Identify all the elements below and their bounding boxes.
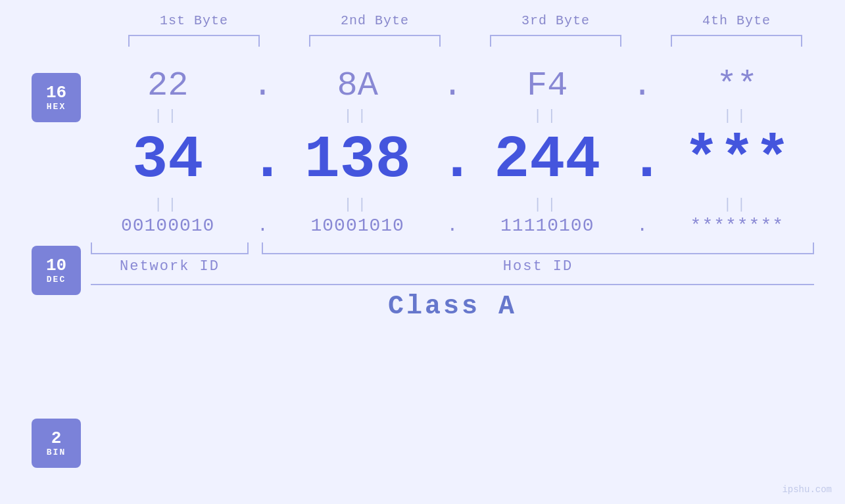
network-id-label: Network ID — [91, 258, 249, 275]
dec-badge: 10 DEC — [32, 246, 81, 295]
bin-b2-value: 10001010 — [310, 216, 404, 236]
dec-b1-cell: 34 — [95, 127, 240, 194]
data-columns: 22 . 8A . F4 . ** — [81, 60, 845, 321]
hex-badge-label: HEX — [47, 102, 66, 112]
hex-b4-value: ** — [717, 66, 758, 105]
byte-header-4: 4th Byte — [664, 13, 809, 28]
host-id-bracket — [262, 242, 814, 254]
dec-b3-value: 244 — [494, 127, 600, 194]
byte-header-2: 2nd Byte — [302, 13, 447, 28]
eq1-b3: || — [475, 108, 619, 124]
dec-dot-1: . — [249, 127, 276, 194]
class-label: Class A — [91, 292, 814, 321]
hex-badge: 16 HEX — [32, 73, 81, 122]
bin-b1-cell: 00100010 — [95, 216, 240, 236]
equals-row-1: || || || || — [91, 108, 814, 124]
id-labels-row: Network ID Host ID — [91, 258, 814, 275]
top-bracket-2 — [309, 35, 441, 47]
dec-b4-value: *** — [684, 127, 790, 194]
dec-b3-cell: 244 — [475, 127, 619, 194]
top-bracket-4 — [671, 35, 802, 47]
hex-b3-cell: F4 — [475, 66, 619, 105]
eq2-b1: || — [95, 196, 240, 213]
byte-headers-row: 1st Byte 2nd Byte 3rd Byte 4th Byte — [104, 13, 827, 28]
main-container: 1st Byte 2nd Byte 3rd Byte 4th Byte 16 H… — [0, 0, 845, 504]
hex-b2-cell: 8A — [285, 66, 430, 105]
dec-badge-label: DEC — [47, 275, 66, 285]
hex-dot-3: . — [629, 66, 656, 105]
hex-data-row: 22 . 8A . F4 . ** — [91, 66, 814, 105]
hex-b1-value: 22 — [147, 66, 188, 105]
hex-b2-value: 8A — [337, 66, 377, 105]
hex-b1-cell: 22 — [95, 66, 240, 105]
bin-b2-cell: 10001010 — [285, 216, 430, 236]
bin-b4-cell: ******** — [665, 216, 809, 236]
eq2-b3: || — [475, 196, 619, 213]
bin-dot-2: . — [439, 216, 466, 236]
bin-b3-cell: 11110100 — [475, 216, 619, 236]
top-brackets-row — [104, 35, 827, 47]
bin-b4-value: ******** — [690, 216, 784, 236]
dec-b4-cell: *** — [665, 127, 809, 194]
bottom-brackets-row — [91, 242, 814, 254]
bin-dot-1: . — [249, 216, 276, 236]
dec-b1-value: 34 — [132, 127, 203, 194]
bin-badge-num: 2 — [51, 429, 62, 448]
class-bracket-line — [91, 284, 814, 285]
hex-b3-value: F4 — [527, 66, 567, 105]
host-id-label: Host ID — [262, 258, 814, 275]
eq2-b2: || — [285, 196, 430, 213]
byte-header-1: 1st Byte — [122, 13, 266, 28]
dec-dot-2: . — [439, 127, 466, 194]
eq1-b4: || — [665, 108, 809, 124]
eq1-b1: || — [95, 108, 240, 124]
bin-badge-label: BIN — [47, 447, 66, 457]
bin-badge: 2 BIN — [32, 419, 81, 468]
top-bracket-1 — [128, 35, 260, 47]
hex-dot-2: . — [439, 66, 466, 105]
dec-b2-cell: 138 — [285, 127, 430, 194]
dec-dot-3: . — [629, 127, 656, 194]
top-bracket-3 — [490, 35, 621, 47]
eq1-b2: || — [285, 108, 430, 124]
hex-badge-num: 16 — [46, 83, 66, 103]
bin-b3-value: 11110100 — [500, 216, 594, 236]
equals-row-2: || || || || — [91, 196, 814, 213]
dec-data-row: 34 . 138 . 244 . *** — [91, 127, 814, 194]
bin-b1-value: 00100010 — [121, 216, 214, 236]
hex-b4-cell: ** — [665, 66, 809, 105]
dec-badge-num: 10 — [46, 256, 66, 275]
bin-data-row: 00100010 . 10001010 . 11110100 . — [91, 216, 814, 236]
dec-b2-value: 138 — [304, 127, 411, 194]
hex-dot-1: . — [249, 66, 276, 105]
byte-header-3: 3rd Byte — [483, 13, 628, 28]
eq2-b4: || — [665, 196, 809, 213]
bin-dot-3: . — [629, 216, 656, 236]
watermark: ipshu.com — [782, 484, 832, 495]
badges-column: 16 HEX 10 DEC 2 BIN — [0, 60, 81, 468]
network-id-bracket — [91, 242, 249, 254]
